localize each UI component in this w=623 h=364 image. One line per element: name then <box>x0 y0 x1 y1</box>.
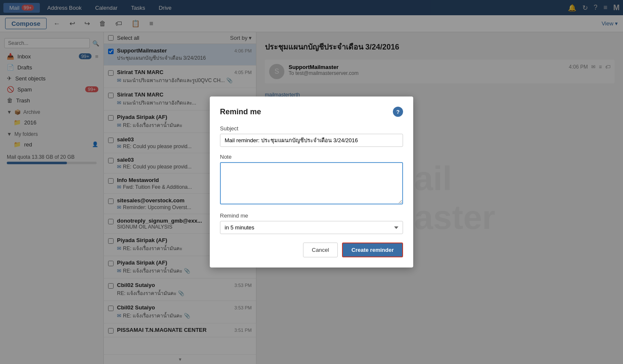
modal-help-button[interactable]: ? <box>393 107 403 117</box>
remind-label: Remind me <box>220 212 403 219</box>
cancel-button[interactable]: Cancel <box>303 243 338 257</box>
subject-label: Subject <box>220 125 403 132</box>
remind-me-modal: Remind me ? Subject Note Remind me in 5 … <box>210 97 413 267</box>
note-label: Note <box>220 154 403 160</box>
create-reminder-button[interactable]: Create reminder <box>342 243 403 257</box>
modal-title-text: Remind me <box>220 108 261 116</box>
note-textarea[interactable] <box>220 162 403 204</box>
subject-input[interactable] <box>220 134 403 147</box>
remind-select[interactable]: in 5 minutes in 10 minutes in 30 minutes… <box>220 221 403 234</box>
modal-subject-field: Subject <box>220 125 403 147</box>
modal-overlay[interactable]: Remind me ? Subject Note Remind me in 5 … <box>0 0 623 364</box>
modal-footer: Cancel Create reminder <box>220 243 403 257</box>
modal-note-field: Note <box>220 154 403 206</box>
modal-remind-field: Remind me in 5 minutes in 10 minutes in … <box>220 212 403 234</box>
modal-title: Remind me ? <box>220 107 403 117</box>
